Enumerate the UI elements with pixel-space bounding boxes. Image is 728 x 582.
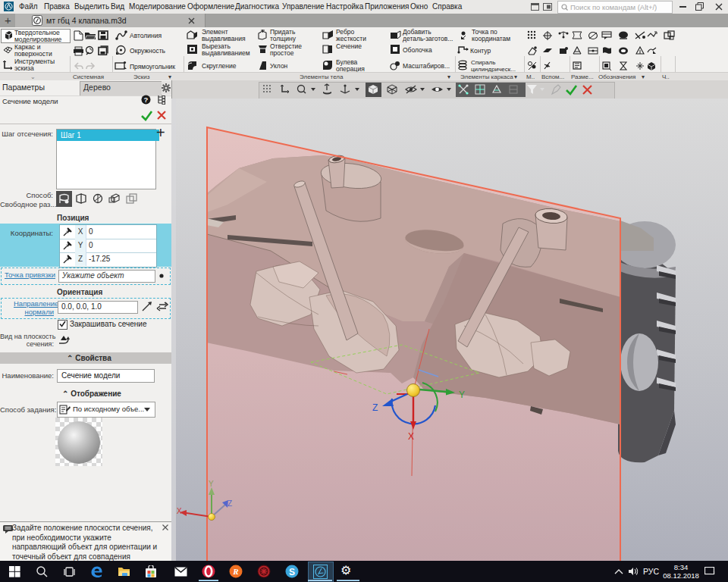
svg-text:S: S: [289, 567, 295, 577]
svg-text:X: X: [177, 507, 182, 515]
svg-text:Z: Z: [228, 499, 232, 508]
svg-text:Z: Z: [372, 402, 378, 413]
svg-text:?: ?: [144, 95, 149, 104]
svg-text:Y: Y: [459, 390, 465, 400]
svg-text:R: R: [232, 567, 238, 576]
svg-text:X: X: [408, 431, 414, 442]
svg-text:Y: Y: [209, 480, 214, 488]
